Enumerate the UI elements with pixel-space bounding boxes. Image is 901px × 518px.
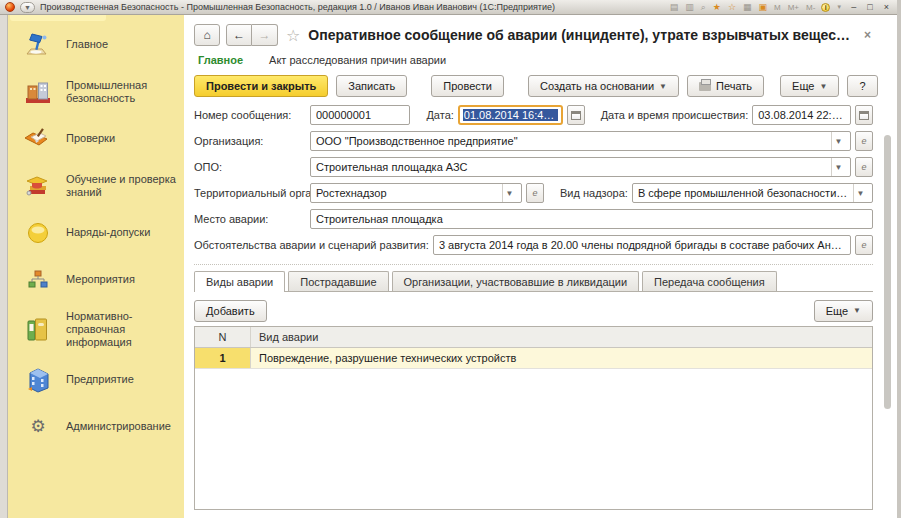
more-button[interactable]: Еще▼ — [780, 75, 839, 97]
post-button[interactable]: Провести — [431, 75, 504, 97]
close-window-button[interactable]: × — [881, 2, 892, 12]
sidebar-item-label: Администрирование — [66, 420, 171, 433]
sidebar-item-work-permits[interactable]: Наряды-допуски — [8, 209, 184, 256]
calculator-icon[interactable]: ▣ — [757, 2, 768, 12]
print-button[interactable]: Печать — [687, 75, 764, 97]
favorite-star-icon[interactable]: ☆ — [286, 26, 300, 45]
sidebar-item-industrial-safety[interactable]: Промышленная безопасность — [8, 68, 184, 115]
open-link-icon: e — [861, 162, 866, 172]
favorites-icon[interactable]: ☆ — [727, 2, 737, 12]
opo-select[interactable]: Строительная площадка АЗС▼ — [310, 157, 851, 177]
date-calendar-button[interactable] — [567, 105, 585, 125]
organization-select[interactable]: ООО "Производственное предприятие"▼ — [310, 131, 851, 151]
number-label: Номер сообщения: — [194, 109, 306, 121]
supervision-label: Вид надзора: — [560, 187, 628, 199]
circumstances-input[interactable]: 3 августа 2014 года в 20.00 члены подряд… — [433, 235, 851, 255]
sidebar-item-label: Мероприятия — [66, 273, 135, 286]
tab-liquidation-orgs[interactable]: Организации, участвовавшие в ликвидации — [392, 271, 640, 291]
help-button[interactable]: ? — [847, 75, 877, 97]
sidebar-top-highlight — [10, 15, 106, 21]
add-row-button[interactable]: Добавить — [194, 300, 267, 322]
sidebar-item-label: Обучение и проверка знаний — [66, 173, 178, 199]
forward-button[interactable]: → — [252, 24, 278, 46]
sidebar-item-administration[interactable]: ⚙ Администрирование — [8, 403, 184, 450]
sidebar-item-inspections[interactable]: Проверки — [8, 115, 184, 162]
chevron-down-icon: ▼ — [659, 82, 667, 91]
home-button[interactable]: ⌂ — [194, 24, 220, 46]
date-label: Дата: — [426, 109, 453, 121]
chevron-down-icon[interactable]: ▼ — [831, 132, 845, 150]
row-type-cell: Повреждение, разрушение технических устр… — [251, 348, 872, 368]
info-dropdown-icon[interactable]: ▼ — [835, 4, 843, 10]
scrollbar-thumb[interactable] — [884, 135, 891, 409]
tab-accident-types[interactable]: Виды аварии — [194, 271, 285, 292]
form-navigation-row: ⌂ ← → ☆ Оперативное сообщение об аварии … — [194, 20, 873, 50]
minimize-button[interactable]: ‒ — [848, 2, 859, 12]
row-accident-place: Место аварии: Строительная площадка — [194, 208, 873, 230]
number-input[interactable]: 000000001 — [310, 105, 410, 125]
find-icon[interactable]: ⌕ — [700, 2, 707, 13]
sidebar-item-reference-info[interactable]: Нормативно-справочная информация — [8, 303, 184, 356]
organization-label: Организация: — [194, 135, 306, 147]
save-icon[interactable]: ▤ — [669, 2, 680, 12]
create-based-on-button[interactable]: Создать на основании▼ — [528, 75, 679, 97]
maximize-button[interactable]: □ — [864, 2, 875, 12]
window-titlebar: ▼ Производственная Безопасность - Промыш… — [0, 0, 897, 15]
opo-label: ОПО: — [194, 161, 306, 173]
sidebar-item-training[interactable]: Обучение и проверка знаний — [8, 162, 184, 209]
post-and-close-button[interactable]: Провести и закрыть — [194, 75, 328, 97]
circumstances-open-button[interactable]: e — [855, 235, 873, 255]
memory-m-button[interactable]: M — [773, 3, 782, 12]
link-investigation-act[interactable]: Акт расследования причин аварии — [269, 54, 446, 66]
tab-message-transfer[interactable]: Передача сообщения — [642, 271, 777, 291]
incident-calendar-button[interactable] — [855, 105, 873, 125]
close-document-icon[interactable]: × — [862, 28, 873, 42]
table-row[interactable]: 1 Повреждение, разрушение технических ус… — [195, 348, 872, 369]
main-menu-button[interactable]: ▼ — [20, 2, 35, 13]
memory-mplus-button[interactable]: M+ — [787, 3, 800, 12]
sidebar-item-label: Проверки — [66, 132, 115, 145]
column-header-n: N — [195, 327, 251, 347]
window-title: Производственная Безопасность - Промышле… — [40, 2, 664, 12]
incident-datetime-label: Дата и время происшествия: — [601, 109, 749, 121]
territory-select[interactable]: Ростехнадзор▼ — [310, 183, 522, 203]
chevron-down-icon[interactable]: ▼ — [502, 184, 516, 202]
printer-icon — [699, 82, 711, 91]
date-input[interactable]: 01.08.2014 16:47:39 — [458, 105, 563, 125]
sidebar-item-label: Нормативно-справочная информация — [66, 310, 178, 349]
circumstances-label: Обстоятельства аварии и сценарий развити… — [194, 239, 429, 251]
sidebar-item-enterprise[interactable]: Предприятие — [8, 356, 184, 403]
form-scrollbar[interactable] — [883, 123, 892, 504]
binders-icon — [22, 314, 54, 346]
row-opo: ОПО: Строительная площадка АЗС▼ e — [194, 156, 873, 178]
sections-sidebar: Главное Промышленная безопасность Провер… — [8, 15, 184, 518]
table-empty-area[interactable] — [195, 369, 872, 509]
table-more-button[interactable]: Еще▼ — [814, 300, 873, 322]
place-input[interactable]: Строительная площадка — [310, 209, 873, 229]
memory-mminus-button[interactable]: M- — [805, 3, 816, 12]
preview-icon[interactable]: ▥ — [684, 2, 695, 12]
favorites-add-icon[interactable]: ★ — [712, 2, 722, 12]
sidebar-item-main[interactable]: Главное — [8, 21, 184, 68]
document-title: Оперативное сообщение об аварии (инциден… — [308, 27, 856, 43]
chevron-down-icon[interactable]: ▼ — [831, 158, 845, 176]
info-icon[interactable]: i — [821, 3, 830, 12]
calendar-icon — [571, 111, 581, 120]
sidebar-item-label: Предприятие — [66, 373, 134, 386]
factory-icon — [22, 76, 54, 108]
back-button[interactable]: ← — [226, 24, 252, 46]
opo-open-button[interactable]: e — [855, 157, 873, 177]
supervision-select[interactable]: В сфере промышленной безопасности опасны… — [632, 183, 873, 203]
save-button[interactable]: Записать — [336, 75, 407, 97]
sidebar-item-activities[interactable]: Мероприятия — [8, 256, 184, 303]
incident-datetime-input[interactable]: 03.08.2014 22:00:00 — [752, 105, 851, 125]
calendar-icon[interactable]: ▦ — [742, 2, 753, 12]
sidebar-item-label: Промышленная безопасность — [66, 79, 178, 105]
organization-open-button[interactable]: e — [855, 131, 873, 151]
permit-badge-icon — [22, 217, 54, 249]
territory-open-button[interactable]: e — [526, 183, 544, 203]
chevron-down-icon[interactable]: ▼ — [853, 184, 867, 202]
link-main-tab[interactable]: Главное — [198, 54, 243, 66]
tab-victims[interactable]: Пострадавшие — [288, 271, 388, 291]
building-icon — [22, 364, 54, 396]
